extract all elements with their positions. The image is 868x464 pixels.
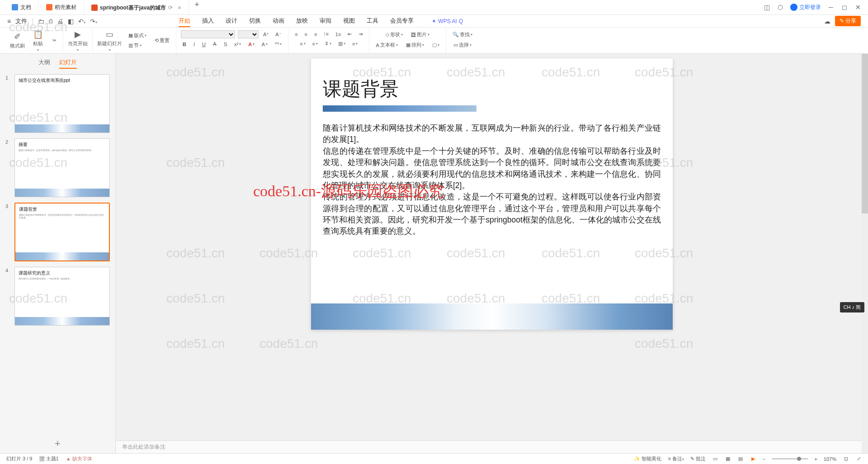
start-page-button[interactable]: ▶当页开始▾ (68, 29, 88, 52)
paste-button[interactable]: 📋粘贴▾ (30, 29, 46, 52)
layout-icon[interactable]: ◫ (763, 4, 770, 11)
slideshow-icon[interactable]: ▶ (750, 456, 756, 462)
arrange-button[interactable]: ▦ 排列▾ (404, 41, 426, 49)
save-icon[interactable]: 🗀 (38, 18, 44, 25)
italic-icon[interactable]: I (192, 40, 197, 48)
cloud-icon[interactable]: ☁ (824, 18, 830, 25)
sorter-view-icon[interactable]: ▦ (725, 456, 731, 462)
numbering-icon[interactable]: 1≡ (334, 30, 343, 38)
tab-transition[interactable]: 切换 (249, 15, 261, 27)
align-top-icon[interactable]: ≡▾ (298, 40, 307, 47)
refresh-icon[interactable]: ⟳ (168, 5, 173, 11)
indent-right-icon[interactable]: ⇥ (357, 30, 364, 38)
wps-ai-button[interactable]: ✦ WPS AI Q (432, 18, 463, 24)
tab-animation[interactable]: 动画 (273, 15, 284, 27)
font-select[interactable] (181, 30, 235, 38)
maximize-icon[interactable]: ◻ (841, 4, 848, 11)
notes-toggle[interactable]: ≡ 备注▾ (668, 455, 684, 462)
tab-daoke[interactable]: 稻壳素材 (39, 0, 84, 14)
underline-icon[interactable]: U (200, 40, 208, 48)
strike2-icon[interactable]: S (222, 40, 229, 48)
zoom-level[interactable]: 107% (824, 456, 836, 462)
tab-member[interactable]: 会员专享 (390, 15, 414, 27)
annotate-toggle[interactable]: ✎ 批注 (690, 455, 706, 462)
tab-view[interactable]: 视图 (343, 15, 355, 27)
expand-icon[interactable]: ⤢ (855, 456, 862, 462)
bullets-icon[interactable]: ⁝≡ (322, 30, 330, 38)
undo-icon[interactable]: ↶▾ (78, 18, 85, 25)
slide-body[interactable]: 随着计算机技术和网络技术的不断发展，互联网成为一种新兴的行业。带动了各行相关产业… (323, 123, 661, 237)
tab-design[interactable]: 设计 (226, 15, 237, 27)
align-right-icon[interactable]: ≡ (312, 30, 319, 38)
clear-format-icon[interactable]: ᴬᵃ▾ (273, 40, 283, 48)
layout-button[interactable]: ▦ 版式▾ (127, 31, 148, 40)
missing-font-status[interactable]: ▲ 缺失字体 (66, 455, 92, 462)
quick-icon[interactable]: ◧ (68, 18, 74, 25)
columns-icon[interactable]: ▥▾ (336, 40, 347, 47)
beautify-button[interactable]: ✨ 智能美化 (634, 455, 661, 462)
print-icon[interactable]: ⎙ (49, 18, 52, 25)
tab-review[interactable]: 审阅 (320, 15, 331, 27)
tab-doc[interactable]: 文档 (5, 0, 39, 14)
para-icon[interactable]: ≡▾ (350, 40, 359, 47)
tab-ppt-active[interactable]: springboot基于java的城市⟳× (84, 0, 189, 14)
superscript-icon[interactable]: x²▾ (232, 40, 243, 48)
new-slide-button[interactable]: ▭新建幻灯片▾ (97, 29, 122, 52)
thumb-item[interactable]: 1城市公交在线查询系统ppt (5, 74, 110, 133)
slide-title[interactable]: 课题背景 (323, 76, 661, 102)
cube-icon[interactable]: ⬡ (777, 4, 784, 11)
thumb-item[interactable]: 4课题研究的意义现代城市公交在线查询系统...一体化管理...提高效率... (5, 267, 110, 326)
scrollbar[interactable] (862, 54, 868, 453)
thumb-item[interactable]: 2摘要随着计算机技术...信息管理系统...springboot框架...城市公… (5, 138, 110, 197)
zoom-out-icon[interactable]: − (763, 456, 765, 462)
find-button[interactable]: 🔍 查找▾ (451, 30, 474, 39)
slide-canvas[interactable]: 课题背景 随着计算机技术和网络技术的不断发展，互联网成为一种新兴的行业。带动了各… (116, 54, 868, 440)
tab-insert[interactable]: 插入 (202, 15, 214, 27)
section-button[interactable]: ▥ 节▾ (127, 41, 148, 50)
menu-icon[interactable]: ≡ (7, 18, 11, 25)
select-button[interactable]: ▭ 选择▾ (452, 41, 473, 49)
file-menu[interactable]: 文件 (15, 17, 27, 25)
close-window-icon[interactable]: ✕ (854, 4, 862, 11)
fit-icon[interactable]: ⊡ (843, 456, 849, 462)
notes-area[interactable]: 单击此处添加备注 (116, 440, 868, 453)
tab-start[interactable]: 开始 (179, 15, 190, 27)
close-icon[interactable]: × (178, 4, 181, 11)
format-painter-button[interactable]: ✐格式刷 (9, 32, 25, 49)
align-center-icon[interactable]: ≡ (303, 30, 309, 38)
slides-tab[interactable]: 幻灯片 (59, 58, 77, 69)
align-left-icon[interactable]: ≡ (293, 30, 299, 38)
line-spacing-icon[interactable]: ≡▾ (311, 40, 320, 47)
bold-icon[interactable]: B (181, 40, 188, 48)
preview-icon[interactable]: 🖨 (57, 18, 63, 25)
normal-view-icon[interactable]: ▭ (712, 456, 718, 462)
text-dir-icon[interactable]: ⇕▾ (323, 40, 333, 47)
reading-view-icon[interactable]: ▤ (737, 456, 744, 462)
increase-font-icon[interactable]: A⁺ (261, 31, 271, 38)
font-color-icon[interactable]: A▾ (246, 40, 256, 48)
tab-present[interactable]: 放映 (296, 15, 308, 27)
highlight-icon[interactable]: A▾ (260, 40, 269, 48)
new-tab-button[interactable]: + (189, 0, 205, 14)
strike-icon[interactable]: A̶ (211, 40, 218, 48)
theme-status[interactable]: ▦ 主题1 (39, 455, 58, 462)
decrease-font-icon[interactable]: A⁻ (274, 31, 283, 38)
font-size-select[interactable] (238, 30, 259, 38)
slide-content[interactable]: 课题背景 随着计算机技术和网络技术的不断发展，互联网成为一种新兴的行业。带动了各… (311, 58, 673, 330)
reset-button[interactable]: ⟲ 重置 (153, 36, 171, 45)
thumb-item-selected[interactable]: 3课题背景随着计算机技术和网络技术...信息的传递在管理系统中...传统的管理方… (5, 203, 110, 261)
tab-tools[interactable]: 工具 (367, 15, 378, 27)
minimize-icon[interactable]: ─ (827, 4, 835, 11)
fill-icon[interactable]: ▢▾ (430, 41, 441, 49)
share-button[interactable]: ✎ 分享 (835, 16, 861, 26)
login-button[interactable]: 立即登录 (790, 4, 821, 11)
zoom-slider[interactable] (772, 458, 808, 459)
redo-icon[interactable]: ↷▾ (90, 18, 97, 25)
zoom-in-icon[interactable]: + (814, 456, 817, 462)
outline-tab[interactable]: 大纲 (38, 58, 50, 69)
add-slide-button[interactable]: + (0, 434, 115, 453)
indent-left-icon[interactable]: ⇤ (346, 30, 354, 38)
textbox-button[interactable]: A 文本框▾ (374, 41, 399, 49)
image-button[interactable]: 🖼 图片▾ (409, 30, 431, 39)
cut-icon[interactable]: ✂ (51, 37, 58, 44)
